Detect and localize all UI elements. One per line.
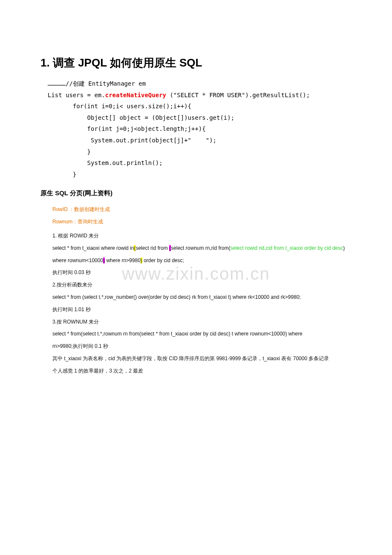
sql-query-3b: rn>9980;执行时间 0.1 秒 xyxy=(52,340,352,353)
code-line-9: } xyxy=(40,171,76,178)
sql-query-3a: select * from(select t.*,rownum rn from(… xyxy=(52,328,352,340)
sql1-part-c: select rid from xyxy=(135,245,169,251)
code-line-4: Object[] object = (Object[])users.get(i)… xyxy=(40,114,234,121)
sql1-part-a: select * from t_xiaoxi where rowid in xyxy=(52,245,134,251)
code-line-7: } xyxy=(40,148,91,155)
orange-text-1: RowID ：数据创建时生成 xyxy=(52,203,352,216)
sql1-green: select rowid rid,cid from t_xiaoxi order… xyxy=(230,245,343,251)
code-line-3: for(int i=0;i< users.size();i++){ xyxy=(40,103,191,110)
code-block: ……………//创建 EntityManager em List users = … xyxy=(40,78,352,180)
sql-query-1: select * from t_xiaoxi where rowid in(se… xyxy=(52,242,352,267)
list-item-1: 1. 根据 ROWID 来分 xyxy=(52,230,352,242)
note-2: 个人感觉 1 的效率最好，3 次之，2 最差 xyxy=(52,365,352,377)
sql1-part-j: order by cid desc; xyxy=(142,257,184,263)
code-line-6: System.out.print(object[j]+" "); xyxy=(40,137,216,144)
note-1: 其中 t_xiaoxi 为表名称，cid 为表的关键字段，取按 CID 降序排序… xyxy=(52,353,352,365)
sql-query-2: select * from (select t.*,row_number() o… xyxy=(52,291,352,304)
list-item-2: 2.按分析函数来分 xyxy=(52,279,352,291)
code-line-2c: ("SELECT * FROM USER").getResultList(); xyxy=(166,92,310,98)
sql1-part-h: where rn>9980 xyxy=(105,257,141,263)
heading-2: 原生 SQL 分页(网上资料) xyxy=(40,189,352,197)
code-line-8: System.out.println(); xyxy=(40,159,163,166)
code-line-2a: List users = em. xyxy=(40,92,105,98)
sql1-part-e: select rownum rn,rid from( xyxy=(171,245,230,251)
list-item-3: 3.按 ROWNUM 来分 xyxy=(52,316,352,328)
content-section: RowID ：数据创建时生成 Rownum：查询时生成 1. 根据 ROWID … xyxy=(40,203,352,377)
highlighted-method: createNativeQuery xyxy=(105,92,166,98)
exec-time-2: 执行时间 1.01 秒 xyxy=(52,304,352,316)
orange-text-2: Rownum：查询时生成 xyxy=(52,216,352,228)
code-line-1: ……………//创建 EntityManager em xyxy=(40,80,146,87)
heading-1: 1. 调查 JPQL 如何使用原生 SQL xyxy=(40,55,352,70)
exec-time-1: 执行时间 0.03 秒 xyxy=(52,266,352,279)
code-line-5: for(int j=0;j<object.length;j++){ xyxy=(40,125,206,132)
